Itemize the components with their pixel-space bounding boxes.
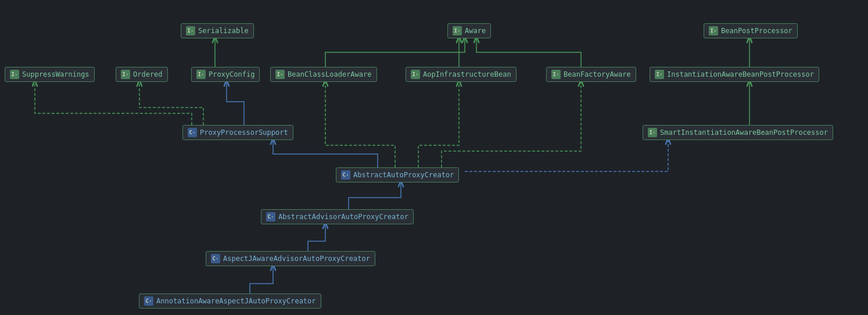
diagram-container: I· Serializable I· Aware I· BeanPostProc…: [0, 0, 868, 315]
node-label: Aware: [465, 27, 486, 35]
node-label: BeanClassLoaderAware: [288, 70, 372, 78]
node-ordered: I· Ordered: [116, 67, 168, 82]
node-aware: I· Aware: [447, 23, 491, 38]
node-instantiationawarebeanpostprocessor: I· InstantiationAwareBeanPostProcessor: [650, 67, 819, 82]
interface-icon: I·: [655, 70, 664, 79]
node-label: InstantiationAwareBeanPostProcessor: [667, 70, 814, 78]
node-beanfactoryaware: I· BeanFactoryAware: [546, 67, 636, 82]
interface-icon: I·: [121, 70, 130, 79]
interface-icon: I·: [551, 70, 561, 79]
node-abstractadvisorautoproxycreator: C· AbstractAdvisorAutoProxyCreator: [261, 209, 414, 224]
node-proxyconfig: I· ProxyConfig: [191, 67, 260, 82]
node-annotationawareaspectjautoproxycreator: C· AnnotationAwareAspectJAutoProxyCreato…: [139, 293, 321, 309]
node-proxyprocessorsupport: C· ProxyProcessorSupport: [182, 125, 293, 140]
node-label: SuppressWarnings: [22, 70, 89, 78]
node-label: AspectJAwareAdvisorAutoProxyCreator: [223, 255, 370, 263]
class-icon: C·: [266, 212, 275, 221]
node-label: Ordered: [133, 70, 163, 78]
node-beanclassloaderaware: I· BeanClassLoaderAware: [270, 67, 377, 82]
node-abstractautoproxycreator: C· AbstractAutoProxyCreator: [336, 167, 459, 182]
class-icon: C·: [188, 128, 197, 137]
node-label: AbstractAdvisorAutoProxyCreator: [278, 213, 408, 221]
class-icon: C·: [341, 170, 350, 180]
class-icon: C·: [211, 254, 220, 263]
node-serializable: I· Serializable: [181, 23, 254, 38]
node-suppresswarnings: I· SuppressWarnings: [5, 67, 95, 82]
node-label: SmartInstantiationAwareBeanPostProcessor: [660, 128, 828, 137]
interface-icon: I·: [648, 128, 657, 137]
node-aopinfrastructurebean: I· AopInfrastructureBean: [406, 67, 517, 82]
node-label: BeanFactoryAware: [564, 70, 631, 78]
interface-icon: I·: [10, 70, 19, 79]
node-label: AnnotationAwareAspectJAutoProxyCreator: [156, 297, 316, 305]
interface-icon: I·: [196, 70, 206, 79]
node-label: AbstractAutoProxyCreator: [353, 171, 454, 179]
node-label: Serializable: [198, 27, 249, 35]
node-label: ProxyConfig: [209, 70, 254, 78]
arrows-svg: [0, 0, 868, 315]
interface-icon: I·: [275, 70, 285, 79]
interface-icon: I·: [411, 70, 420, 79]
node-beanpostprocessor: I· BeanPostProcessor: [704, 23, 798, 38]
node-label: BeanPostProcessor: [721, 27, 792, 35]
node-label: ProxyProcessorSupport: [200, 128, 288, 137]
node-smartinstantiationawarebeanpostprocessor: I· SmartInstantiationAwareBeanPostProces…: [643, 125, 833, 140]
interface-icon: I·: [186, 26, 195, 35]
interface-icon: I·: [709, 26, 718, 35]
node-label: AopInfrastructureBean: [423, 70, 511, 78]
node-aspectjawareadvisorautoproxycreator: C· AspectJAwareAdvisorAutoProxyCreator: [206, 251, 375, 266]
interface-icon: I·: [453, 26, 462, 35]
class-icon: C·: [144, 296, 153, 306]
